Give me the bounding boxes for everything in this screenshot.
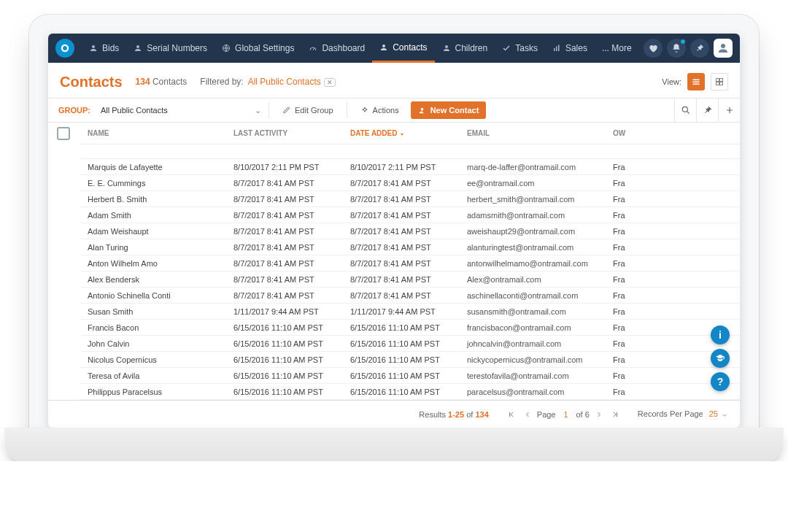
table-row[interactable]: Adam Weishaupt8/7/2017 8:41 AM PST8/7/20… [80, 223, 740, 239]
table-row[interactable]: John Calvin6/15/2016 11:10 AM PST6/15/20… [80, 336, 740, 352]
col-date-added[interactable]: DATE ADDED [346, 129, 463, 137]
svg-rect-4 [558, 45, 560, 52]
view-card-button[interactable] [711, 73, 728, 90]
cell-date-added: 1/11/2017 9:44 AM PST [346, 307, 463, 316]
notifications-icon[interactable] [667, 39, 686, 58]
table-row[interactable]: Marquis de Lafayette8/10/2017 2:11 PM PS… [80, 159, 740, 175]
pin-icon[interactable] [696, 98, 718, 123]
search-icon[interactable] [674, 98, 696, 123]
nav-item-serial-numbers[interactable]: Serial Numbers [126, 34, 215, 63]
cell-date-added: 8/7/2017 8:41 AM PST [346, 227, 463, 236]
cell-email: susansmith@ontramail.com [463, 307, 609, 316]
cell-email: alanturingtest@ontramail.com [463, 243, 609, 252]
nav-item-contacts[interactable]: Contacts [372, 34, 434, 63]
cell-email: Alex@ontramail.com [463, 275, 609, 284]
table-row[interactable]: Francis Bacon6/15/2016 11:10 AM PST6/15/… [80, 320, 740, 336]
cell-owner: Fra [609, 388, 638, 396]
cell-date-added: 8/7/2017 8:41 AM PST [346, 275, 463, 284]
nav-item-sales[interactable]: Sales [545, 34, 595, 63]
cell-last-activity: 6/15/2016 11:10 AM PST [229, 339, 346, 348]
col-name[interactable]: NAME [83, 129, 229, 137]
col-owner[interactable]: OW [609, 129, 638, 137]
actions-button[interactable]: Actions [355, 106, 405, 115]
cell-last-activity: 6/15/2016 11:10 AM PST [229, 371, 346, 380]
user-avatar[interactable] [714, 39, 733, 58]
pagination: Results 1-25 of 134 Page 1 of 6 Records … [48, 400, 740, 428]
records-per-page[interactable]: Records Per Page25 [638, 409, 728, 418]
cell-name: Francis Bacon [83, 323, 229, 332]
select-all-checkbox[interactable] [57, 127, 70, 140]
table-row[interactable]: Teresa of Avila6/15/2016 11:10 AM PST6/1… [80, 368, 740, 384]
favorites-icon[interactable] [644, 39, 663, 58]
cell-last-activity: 8/7/2017 8:41 AM PST [229, 243, 346, 252]
nav-item-bids[interactable]: Bids [82, 34, 126, 63]
cell-owner: Fra [609, 195, 638, 204]
cell-email: marq-de-laffer@ontramail.com [463, 163, 609, 171]
cell-date-added: 8/7/2017 8:41 AM PST [346, 195, 463, 204]
view-list-button[interactable] [687, 73, 705, 90]
close-icon[interactable]: ✕ [324, 78, 336, 87]
cell-email: aweishaupt29@ontramail.com [463, 227, 609, 236]
cell-name: John Calvin [83, 339, 229, 348]
cell-last-activity: 8/7/2017 8:41 AM PST [229, 195, 346, 204]
table-row[interactable]: Anton Wilhelm Amo8/7/2017 8:41 AM PST8/7… [80, 255, 740, 271]
table-row[interactable]: Philippus Paracelsus6/15/2016 11:10 AM P… [80, 384, 740, 400]
info-fab-icon[interactable]: i [711, 325, 730, 344]
cell-name: Adam Weishaupt [83, 227, 229, 236]
new-contact-button[interactable]: New Contact [411, 101, 487, 119]
nav-item-dashboard[interactable]: Dashboard [301, 34, 372, 63]
table-row[interactable]: Nicolus Copernicus6/15/2016 11:10 AM PST… [80, 352, 740, 368]
prev-page-button[interactable] [521, 408, 534, 421]
nav-item-global-settings[interactable]: Global Settings [215, 34, 301, 63]
nav-item--more[interactable]: ... More [595, 34, 639, 63]
filter-chip[interactable]: All Public Contacts✕ [248, 77, 336, 87]
cell-last-activity: 6/15/2016 11:10 AM PST [229, 355, 346, 364]
view-label: View: [662, 77, 681, 86]
filtered-by-label: Filtered by: [200, 77, 243, 87]
cell-owner: Fra [609, 243, 638, 252]
cell-name: Alex Bendersk [83, 275, 229, 284]
table-row[interactable]: E. E. Cummings8/7/2017 8:41 AM PST8/7/20… [80, 175, 740, 191]
page-input[interactable]: 1 [559, 410, 573, 419]
svg-rect-8 [716, 79, 719, 82]
cell-owner: Fra [609, 163, 638, 171]
learn-fab-icon[interactable] [711, 349, 730, 368]
col-last-activity[interactable]: LAST ACTIVITY [229, 129, 346, 137]
table-row[interactable]: Alex Bendersk8/7/2017 8:41 AM PST8/7/201… [80, 271, 740, 288]
cell-name: Antonio Schinella Conti [83, 291, 229, 300]
cell-email: nickycopernicus@ontramail.com [463, 355, 609, 364]
cell-owner: Fra [609, 291, 638, 300]
table-header: NAME LAST ACTIVITY DATE ADDED EMAIL OW [80, 123, 740, 144]
first-page-button[interactable] [505, 408, 518, 421]
cell-last-activity: 8/7/2017 8:41 AM PST [229, 259, 346, 268]
pin-icon[interactable] [690, 39, 709, 58]
cell-last-activity: 6/15/2016 11:10 AM PST [229, 388, 346, 396]
group-toolbar: GROUP: All Public Contacts ⌄ Edit Group … [48, 98, 740, 123]
cell-name: Alan Turing [83, 243, 229, 252]
table-row[interactable]: Susan Smith1/11/2017 9:44 AM PST1/11/201… [80, 304, 740, 320]
cell-date-added: 8/7/2017 8:41 AM PST [346, 179, 463, 188]
svg-rect-10 [716, 82, 719, 85]
cell-last-activity: 8/7/2017 8:41 AM PST [229, 211, 346, 220]
next-page-button[interactable] [592, 408, 606, 421]
cell-owner: Fra [609, 355, 638, 364]
table-row[interactable]: Antonio Schinella Conti8/7/2017 8:41 AM … [80, 288, 740, 304]
last-page-button[interactable] [609, 408, 622, 421]
cell-date-added: 8/7/2017 8:41 AM PST [346, 211, 463, 220]
cell-last-activity: 8/7/2017 8:41 AM PST [229, 179, 346, 188]
table-row[interactable]: Adam Smith8/7/2017 8:41 AM PST8/7/2017 8… [80, 207, 740, 223]
group-select[interactable]: All Public Contacts ⌄ [101, 106, 261, 115]
edit-group-button[interactable]: Edit Group [277, 106, 339, 115]
col-email[interactable]: EMAIL [463, 129, 609, 137]
nav-item-children[interactable]: Children [435, 34, 495, 63]
help-fab-icon[interactable]: ? [711, 372, 730, 391]
nav-item-tasks[interactable]: Tasks [495, 34, 545, 63]
table-row[interactable]: Herbert B. Smith8/7/2017 8:41 AM PST8/7/… [80, 191, 740, 207]
group-label: GROUP: [48, 106, 101, 115]
cell-date-added: 6/15/2016 11:10 AM PST [346, 323, 463, 332]
table-row[interactable]: Alan Turing8/7/2017 8:41 AM PST8/7/2017 … [80, 239, 740, 255]
svg-rect-5 [693, 80, 700, 81]
app-logo-icon[interactable] [55, 39, 74, 58]
cell-email: ee@ontramail.com [463, 179, 609, 188]
add-icon[interactable] [718, 98, 740, 123]
